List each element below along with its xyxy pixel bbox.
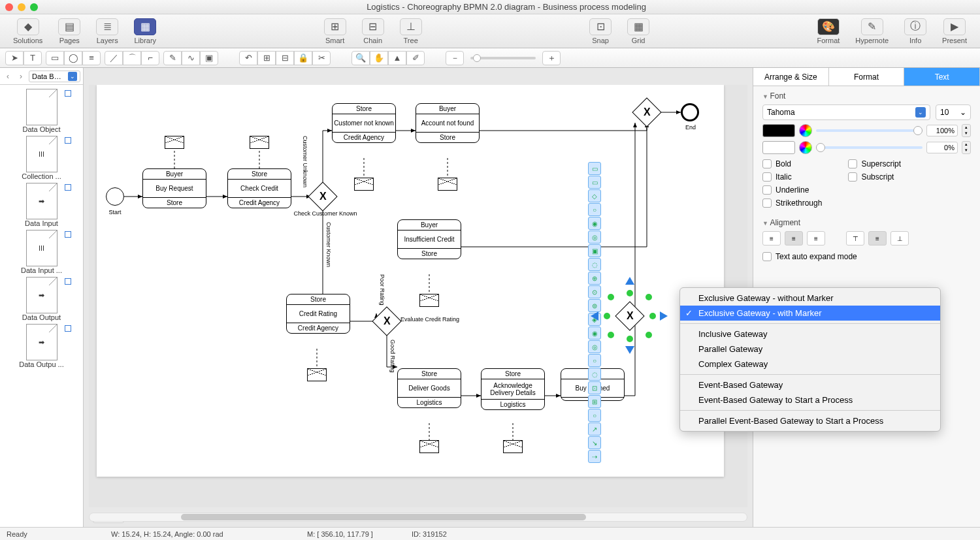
menu-item[interactable]: Parallel Event-Based Gateway to Start a … [680, 413, 940, 428]
bezier-tool[interactable]: ∿ [182, 51, 200, 65]
undo-tool[interactable]: ↶ [239, 51, 257, 65]
ellipse-tool[interactable]: ◯ [64, 51, 82, 65]
selected-gateway[interactable]: X [619, 306, 640, 326]
menu-item[interactable]: Complex Gateway [680, 357, 940, 372]
highlight-color-swatch[interactable] [762, 141, 795, 154]
tab-format[interactable]: Format [829, 68, 905, 86]
align-left-button[interactable]: ≡ [762, 231, 781, 246]
ungroup-tool[interactable]: ⊟ [276, 51, 294, 65]
format-button[interactable]: 🎨Format [810, 17, 846, 46]
align-right-button[interactable]: ≡ [807, 231, 825, 246]
grid-button[interactable]: ▦Grid [621, 17, 656, 46]
smart-shape-button[interactable]: ◎ [588, 340, 601, 353]
subscript-checkbox[interactable]: Subscript [848, 172, 901, 182]
menu-item[interactable]: Inclusive Gateway [680, 326, 940, 341]
menu-item[interactable]: Event-Based Gateway to Start a Process [680, 392, 940, 407]
palette-item[interactable]: IIIData Input ... [0, 230, 83, 274]
task-buy-request[interactable]: Buyer Buy Request Store [142, 168, 206, 208]
pen-tool[interactable]: ✎ [163, 51, 182, 65]
highlight-opacity-value[interactable]: 0% [926, 142, 958, 153]
smart-shape-button[interactable]: ↘ [588, 436, 601, 449]
menu-item[interactable]: Event-Based Gateway [680, 377, 940, 392]
group-tool[interactable]: ⊞ [257, 51, 276, 65]
valign-top-button[interactable]: ⊤ [846, 231, 864, 246]
pages-button[interactable]: ▤Pages [52, 17, 87, 46]
canvas-viewport[interactable]: Start End X Check Customer Known X Evalu… [89, 85, 747, 507]
task-acknowledge-delivery[interactable]: Store Acknowledge Delivery Details Logis… [481, 368, 545, 410]
valign-bottom-button[interactable]: ⊥ [890, 231, 909, 246]
smart-shape-button[interactable]: ◉ [588, 326, 601, 340]
bold-checkbox[interactable]: Bold [762, 159, 822, 168]
smart-shape-button[interactable]: ◉ [588, 217, 601, 230]
menu-item[interactable]: Exclusive Gateway - without Marker [680, 291, 940, 306]
horizontal-scrollbar[interactable] [89, 513, 747, 522]
minimize-window-icon[interactable] [18, 3, 25, 11]
stamp-tool[interactable]: ▣ [200, 51, 218, 65]
palette-item[interactable]: ➡Data Input [0, 183, 83, 227]
text-opacity-value[interactable]: 100% [926, 125, 958, 136]
superscript-checkbox[interactable]: Superscript [848, 159, 901, 168]
arc-tool[interactable]: ⌒ [123, 51, 141, 65]
zoom-in-button[interactable]: ＋ [542, 51, 561, 65]
library-back-button[interactable]: ‹ [3, 71, 13, 82]
palette-item[interactable]: IIICollection ... [0, 136, 83, 180]
palette-item[interactable]: ➡Data Outpu ... [0, 324, 83, 368]
font-family-select[interactable]: Tahoma⌄ [762, 104, 930, 120]
underline-checkbox[interactable]: Underline [762, 185, 822, 195]
fill-tool[interactable]: ▲ [388, 51, 406, 65]
line-tool[interactable]: ／ [105, 51, 123, 65]
color-picker-icon[interactable] [799, 141, 812, 154]
smart-button[interactable]: ⊞Smart [318, 17, 353, 46]
connector-tool[interactable]: ⌐ [141, 51, 159, 65]
palette-item[interactable]: Data Object [0, 89, 83, 133]
smart-shape-button[interactable]: ◇ [588, 189, 601, 202]
smart-shape-button[interactable]: ⊕ [588, 272, 601, 285]
smart-shape-button[interactable]: ○ [588, 203, 601, 216]
color-picker-icon[interactable] [799, 124, 812, 137]
task-credit-rating[interactable]: Store Credit Rating Credit Agency [286, 294, 350, 334]
task-deliver-goods[interactable]: Store Deliver Goods Logistics [397, 368, 461, 408]
text-tool[interactable]: T [24, 51, 42, 65]
smart-shape-button[interactable]: ▭ [588, 162, 601, 175]
font-size-select[interactable]: 10⌄ [936, 104, 971, 120]
snap-button[interactable]: ⊡Snap [583, 17, 618, 46]
cut-tool[interactable]: ✂ [312, 51, 331, 65]
library-selector[interactable]: Data B…⌄ [29, 71, 80, 82]
task-insufficient-credit[interactable]: Buyer Insufficient Credit Store [397, 219, 461, 259]
hand-tool[interactable]: ✋ [370, 51, 388, 65]
rect-tool[interactable]: ▭ [46, 51, 64, 65]
opacity-stepper[interactable]: ▴▾ [962, 124, 971, 137]
diagram-page[interactable]: Start End X Check Customer Known X Evalu… [97, 85, 724, 477]
italic-checkbox[interactable]: Italic [762, 172, 822, 182]
close-window-icon[interactable] [5, 3, 13, 11]
info-button[interactable]: ⓘInfo [898, 17, 933, 46]
chain-button[interactable]: ⊟Chain [355, 17, 391, 46]
end-event[interactable] [681, 103, 699, 121]
task-check-credit[interactable]: Store Check Credit Credit Agency [227, 168, 291, 208]
palette-item[interactable]: ➡Data Output [0, 277, 83, 321]
auto-expand-checkbox[interactable]: Text auto expand mode [762, 252, 971, 261]
tree-button[interactable]: ⊥Tree [393, 17, 429, 46]
present-button[interactable]: ▶Present [936, 17, 973, 46]
align-center-button[interactable]: ≡ [785, 231, 803, 246]
menu-item[interactable]: Exclusive Gateway - with Marker [680, 306, 940, 321]
opacity-stepper[interactable]: ▴▾ [962, 141, 971, 154]
zoom-out-button[interactable]: － [446, 51, 464, 65]
font-header[interactable]: Font [762, 91, 971, 101]
library-forward-button[interactable]: › [16, 71, 26, 82]
highlight-opacity-slider[interactable] [816, 146, 923, 149]
lock-tool[interactable]: 🔒 [294, 51, 312, 65]
strikethrough-checkbox[interactable]: Strikethrough [762, 199, 822, 208]
task-account-not-found[interactable]: Buyer Account not found Store [416, 103, 480, 143]
solutions-button[interactable]: ◆Solutions [7, 17, 49, 46]
smart-shape-button[interactable]: ▭ [588, 176, 601, 189]
eyedropper-tool[interactable]: ✐ [406, 51, 425, 65]
smart-shape-button[interactable]: ⊚ [588, 299, 601, 312]
text-color-swatch[interactable] [762, 124, 795, 137]
smart-shape-button[interactable]: ⊙ [588, 285, 601, 298]
smart-shape-button[interactable]: ⊡ [588, 381, 601, 394]
valign-middle-button[interactable]: ≡ [868, 231, 887, 246]
smart-shape-button[interactable]: ⇢ [588, 450, 601, 463]
tab-arrange[interactable]: Arrange & Size [753, 68, 829, 86]
smart-shape-button[interactable]: ○ [588, 354, 601, 367]
